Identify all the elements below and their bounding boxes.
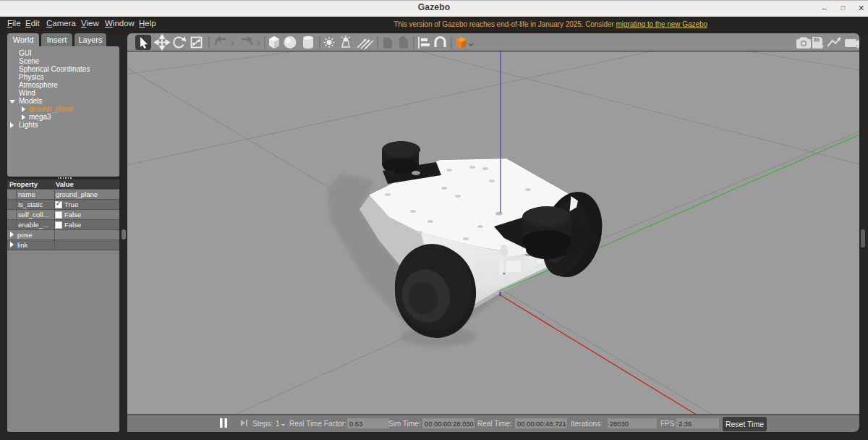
- svg-text:LOG: LOG: [814, 38, 822, 42]
